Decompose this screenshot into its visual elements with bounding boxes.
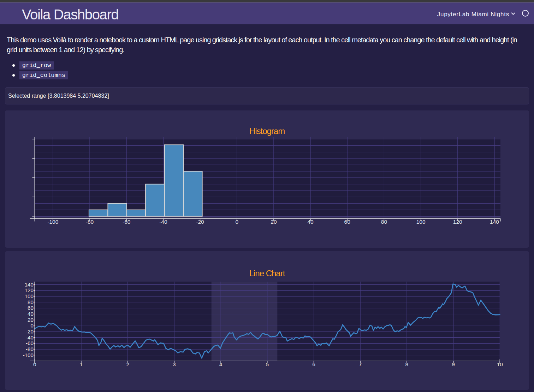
svg-text:-20: -20 [196, 219, 204, 225]
svg-text:40: 40 [28, 311, 34, 317]
svg-text:140: 140 [490, 219, 499, 225]
svg-text:60: 60 [344, 219, 351, 225]
svg-text:2: 2 [126, 361, 129, 367]
svg-text:3: 3 [173, 361, 176, 367]
svg-text:80: 80 [381, 219, 387, 225]
svg-text:-40: -40 [26, 334, 34, 340]
svg-text:-80: -80 [86, 219, 94, 225]
svg-text:5: 5 [266, 361, 269, 367]
svg-text:6: 6 [312, 361, 315, 367]
svg-text:100: 100 [416, 219, 426, 225]
svg-text:0: 0 [30, 322, 33, 328]
svg-text:-80: -80 [26, 346, 34, 352]
svg-text:-100: -100 [23, 352, 34, 358]
svg-text:0: 0 [235, 219, 238, 225]
svg-text:8: 8 [405, 361, 409, 367]
svg-text:20: 20 [271, 219, 277, 225]
svg-text:-60: -60 [26, 340, 34, 346]
svg-text:-40: -40 [159, 219, 167, 225]
svg-text:4: 4 [219, 361, 222, 367]
svg-text:7: 7 [359, 361, 362, 367]
svg-text:1: 1 [80, 361, 83, 367]
svg-text:20: 20 [28, 317, 34, 323]
svg-text:120: 120 [25, 287, 34, 293]
svg-text:140: 140 [25, 282, 34, 288]
svg-text:9: 9 [452, 361, 455, 367]
svg-text:-20: -20 [26, 328, 34, 334]
svg-text:60: 60 [28, 305, 34, 311]
svg-text:-60: -60 [123, 219, 131, 225]
svg-text:120: 120 [453, 219, 462, 225]
svg-text:-100: -100 [47, 219, 58, 225]
svg-text:100: 100 [25, 293, 34, 299]
svg-text:80: 80 [28, 299, 34, 305]
svg-text:40: 40 [307, 219, 314, 225]
